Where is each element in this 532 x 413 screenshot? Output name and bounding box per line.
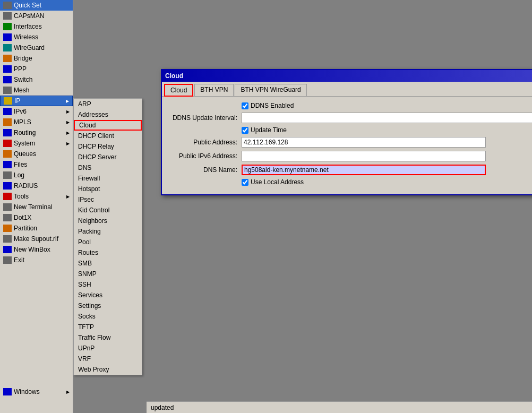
sidebar: Quick SetCAPsMANInterfacesWirelessWireGu… <box>0 0 73 413</box>
submenu-item-tftp[interactable]: TFTP <box>74 322 142 332</box>
sidebar-item-mesh[interactable]: Mesh <box>0 85 73 96</box>
submenu-item-ipsec[interactable]: IPsec <box>74 194 142 205</box>
submenu-item-firewall[interactable]: Firewall <box>74 173 142 184</box>
wireguard-icon <box>3 44 12 51</box>
sidebar-item-ip[interactable]: IP▶ <box>0 96 73 106</box>
submenu-item-vrf[interactable]: VRF <box>74 354 142 364</box>
submenu-item-cloud[interactable]: Cloud <box>74 120 142 131</box>
sidebar-label-queues: Queues <box>14 150 70 158</box>
submenu-item-addresses[interactable]: Addresses <box>74 109 142 120</box>
ddns-update-interval-input[interactable] <box>242 113 532 123</box>
public-address-label: Public Address: <box>167 139 242 146</box>
ddns-update-interval-row: DDNS Update Interval: ▼ <box>167 113 532 123</box>
sidebar-item-radius[interactable]: RADIUS <box>0 180 73 191</box>
submenu-item-settings[interactable]: Settings <box>74 300 142 311</box>
sidebar-label-supout: Make Supout.rif <box>14 235 70 243</box>
public-ipv6-address-row: Public IPv6 Address: <box>167 151 532 161</box>
arrow-icon: ▶ <box>66 109 70 114</box>
submenu-item-neighbors[interactable]: Neighbors <box>74 216 142 226</box>
sidebar-item-mpls[interactable]: MPLS▶ <box>0 117 73 127</box>
sidebar-item-bridge[interactable]: Bridge <box>0 53 73 64</box>
update-time-label: Update Time <box>251 126 287 134</box>
sidebar-item-wireless[interactable]: Wireless <box>0 32 73 42</box>
submenu-item-dhcp-relay[interactable]: DHCP Relay <box>74 141 142 152</box>
winbox-icon <box>3 246 12 253</box>
supout-icon <box>3 235 12 243</box>
sidebar-item-supout[interactable]: Make Supout.rif <box>0 234 73 244</box>
sidebar-label-exit: Exit <box>14 256 70 264</box>
sidebar-label-routing: Routing <box>14 129 66 136</box>
submenu-item-dhcp-server[interactable]: DHCP Server <box>74 152 142 162</box>
sidebar-item-routing[interactable]: Routing▶ <box>0 127 73 138</box>
submenu-item-routes[interactable]: Routes <box>74 247 142 258</box>
submenu-item-kid-control[interactable]: Kid Control <box>74 205 142 216</box>
sidebar-item-dot1x[interactable]: Dot1X <box>0 212 73 223</box>
dialog-tabs: Cloud BTH VPN BTH VPN WireGuard <box>162 82 532 97</box>
submenu-item-smb[interactable]: SMB <box>74 258 142 269</box>
tab-cloud[interactable]: Cloud <box>164 84 193 97</box>
sidebar-item-partition[interactable]: Partition <box>0 223 73 234</box>
sidebar-item-ppp[interactable]: PPP <box>0 64 73 74</box>
submenu-item-packing[interactable]: Packing <box>74 226 142 237</box>
update-time-checkbox[interactable] <box>242 127 248 134</box>
ddns-update-interval-field: ▼ <box>242 113 532 123</box>
public-address-row: Public Address: <box>167 137 532 148</box>
submenu-item-ssh[interactable]: SSH <box>74 279 142 290</box>
ppp-icon <box>3 65 12 73</box>
sidebar-label-winbox: New WinBox <box>14 246 70 253</box>
sidebar-item-interfaces[interactable]: Interfaces <box>0 21 73 32</box>
submenu-item-dns[interactable]: DNS <box>74 162 142 173</box>
tab-bth-vpn[interactable]: BTH VPN <box>194 84 234 96</box>
tab-bth-vpn-wireguard[interactable]: BTH VPN WireGuard <box>235 84 306 96</box>
sidebar-item-wireguard[interactable]: WireGuard <box>0 42 73 53</box>
use-local-address-label: Use Local Address <box>251 178 304 186</box>
submenu-item-arp[interactable]: ARP <box>74 99 142 109</box>
sidebar-label-mesh: Mesh <box>14 87 70 94</box>
sidebar-label-wireguard: WireGuard <box>14 44 70 51</box>
submenu-item-web-proxy[interactable]: Web Proxy <box>74 364 142 375</box>
update-time-row: Update Time <box>167 126 532 134</box>
public-address-input[interactable] <box>242 137 486 148</box>
sidebar-item-log[interactable]: Log <box>0 170 73 180</box>
submenu-item-hotspot[interactable]: Hotspot <box>74 184 142 194</box>
sidebar-item-tools[interactable]: Tools▶ <box>0 191 73 202</box>
sidebar-label-partition: Partition <box>14 225 70 232</box>
submenu-item-dhcp-client[interactable]: DHCP Client <box>74 131 142 141</box>
ddns-enabled-label: DDNS Enabled <box>251 102 294 109</box>
submenu-item-socks[interactable]: Socks <box>74 311 142 322</box>
ipv6-icon <box>3 108 12 115</box>
sidebar-item-files[interactable]: Files <box>0 159 73 170</box>
sidebar-item-switch[interactable]: Switch <box>0 74 73 85</box>
routing-icon <box>3 129 12 136</box>
dialog-title: Cloud <box>165 72 183 80</box>
sidebar-item-exit[interactable]: Exit <box>0 255 73 265</box>
radius-icon <box>3 182 12 190</box>
sidebar-item-ipv6[interactable]: IPv6▶ <box>0 106 73 117</box>
sidebar-item-terminal[interactable]: New Terminal <box>0 202 73 212</box>
sidebar-label-ip: IP <box>14 97 66 105</box>
tools-icon <box>3 193 12 200</box>
sidebar-item-windows[interactable]: Windows▶ <box>0 386 73 397</box>
sidebar-label-radius: RADIUS <box>14 182 70 190</box>
submenu-item-snmp[interactable]: SNMP <box>74 269 142 279</box>
dialog-titlebar: Cloud _ □ × <box>162 70 532 82</box>
dns-name-input[interactable] <box>242 165 486 175</box>
sidebar-item-winbox[interactable]: New WinBox <box>0 244 73 255</box>
use-local-address-checkbox[interactable] <box>242 179 248 186</box>
sidebar-label-ipv6: IPv6 <box>14 108 66 115</box>
sidebar-item-capsman[interactable]: CAPsMAN <box>0 11 73 21</box>
submenu-item-upnp[interactable]: UPnP <box>74 343 142 354</box>
sidebar-item-system[interactable]: System▶ <box>0 138 73 149</box>
public-ipv6-address-input[interactable] <box>242 151 486 161</box>
capsman-icon <box>3 12 12 20</box>
mesh-icon <box>3 87 12 94</box>
ddns-enabled-checkbox[interactable] <box>242 102 248 109</box>
submenu-item-pool[interactable]: Pool <box>74 237 142 247</box>
submenu-item-traffic-flow[interactable]: Traffic Flow <box>74 332 142 343</box>
sidebar-label-mpls: MPLS <box>14 118 66 126</box>
sidebar-item-quickset[interactable]: Quick Set <box>0 0 73 11</box>
submenu-item-services[interactable]: Services <box>74 290 142 300</box>
sidebar-label-ppp: PPP <box>14 65 70 73</box>
sidebar-label-log: Log <box>14 171 70 179</box>
sidebar-item-queues[interactable]: Queues <box>0 149 73 159</box>
